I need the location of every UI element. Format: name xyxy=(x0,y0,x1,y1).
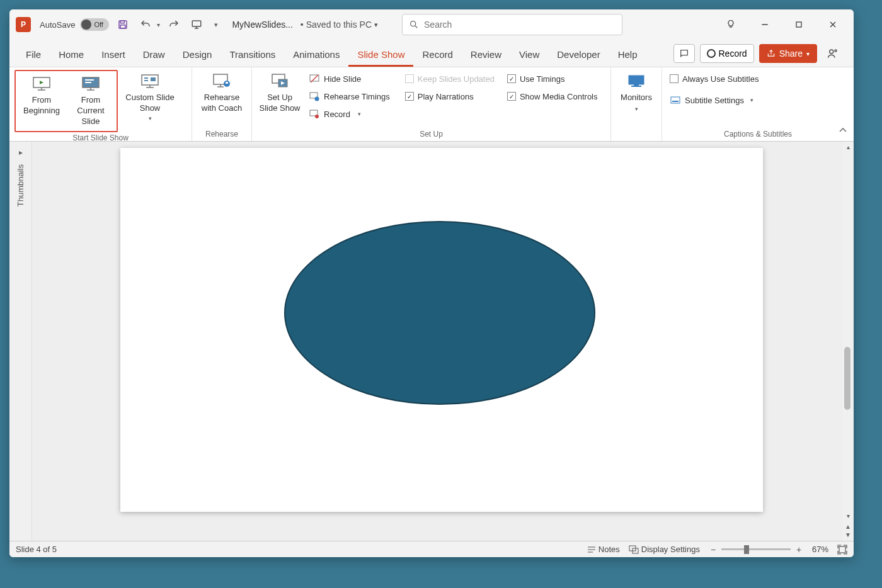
record-button[interactable]: Record xyxy=(700,44,754,63)
chevron-down-icon: ▾ xyxy=(750,97,753,103)
svg-point-10 xyxy=(835,50,837,52)
maximize-button[interactable] xyxy=(784,14,813,35)
zoom-in-button[interactable]: + xyxy=(794,545,803,555)
use-timings-checkbox[interactable]: Use Timings xyxy=(505,70,600,88)
minimize-button[interactable] xyxy=(750,14,779,35)
thumbnails-label: Thumbnails xyxy=(16,164,25,206)
svg-point-4 xyxy=(411,21,416,26)
oval-shape[interactable] xyxy=(284,221,595,405)
zoom-percent[interactable]: 67% xyxy=(812,545,828,554)
notes-button[interactable]: Notes xyxy=(587,545,620,554)
keep-slides-updated-checkbox[interactable]: Keep Slides Updated xyxy=(403,70,497,88)
svg-rect-2 xyxy=(121,25,126,28)
rehearse-coach-icon xyxy=(212,73,231,89)
saved-status[interactable]: • Saved to this PC ▾ xyxy=(301,20,378,30)
undo-button[interactable] xyxy=(137,16,154,33)
search-box[interactable] xyxy=(402,14,622,35)
svg-rect-16 xyxy=(85,79,94,81)
undo-dropdown[interactable]: ▾ xyxy=(157,21,160,28)
rehearse-with-coach-button[interactable]: Rehearse with Coach xyxy=(197,70,246,116)
chevron-down-icon: ▾ xyxy=(149,115,152,123)
svg-rect-42 xyxy=(631,86,641,87)
chevron-down-icon: ▾ xyxy=(358,111,361,117)
from-current-slide-button[interactable]: From Current Slide xyxy=(66,72,115,130)
prev-slide-nav[interactable]: ▲ xyxy=(845,523,851,530)
subtitle-settings-icon xyxy=(670,95,680,105)
group-start-slide-show: From Beginning From Current Slide Custom… xyxy=(9,67,192,141)
slide-counter[interactable]: Slide 4 of 5 xyxy=(16,545,57,554)
tab-transitions[interactable]: Transitions xyxy=(220,44,284,67)
group-label: Rehearse xyxy=(197,128,246,141)
scroll-up-arrow[interactable]: ▴ xyxy=(842,142,854,152)
from-beginning-button[interactable]: From Beginning xyxy=(17,72,66,130)
rehearse-timings-button[interactable]: Rehearse Timings xyxy=(306,88,392,105)
tab-file[interactable]: File xyxy=(17,44,50,67)
always-use-subtitles-checkbox[interactable]: Always Use Subtitles xyxy=(667,70,761,88)
autosave-state: Off xyxy=(94,21,103,28)
svg-point-39 xyxy=(315,115,319,118)
zoom-track[interactable] xyxy=(721,548,791,550)
record-dropdown-button[interactable]: Record ▾ xyxy=(306,105,392,123)
close-button[interactable] xyxy=(818,14,847,35)
subtitle-settings-button[interactable]: Subtitle Settings ▾ xyxy=(667,91,756,109)
expand-thumbnails-button[interactable]: ▸ xyxy=(19,148,23,157)
search-input[interactable] xyxy=(424,20,616,30)
tab-view[interactable]: View xyxy=(510,44,548,67)
tab-slide-show[interactable]: Slide Show xyxy=(348,44,413,67)
svg-point-37 xyxy=(315,97,319,101)
tab-review[interactable]: Review xyxy=(462,44,510,67)
autosave-toggle[interactable]: Off xyxy=(80,18,109,31)
display-settings-button[interactable]: Display Settings xyxy=(629,545,700,554)
search-icon xyxy=(409,20,419,30)
save-button[interactable] xyxy=(114,16,132,33)
scroll-down-arrow[interactable]: ▾ xyxy=(842,511,854,521)
custom-show-icon xyxy=(140,74,159,89)
group-monitors: Monitors ▾ xyxy=(611,67,662,141)
present-current-icon xyxy=(81,76,100,91)
collapse-ribbon-button[interactable] xyxy=(839,126,847,137)
setup-slide-show-button[interactable]: Set Up Slide Show xyxy=(257,70,302,116)
next-slide-nav[interactable]: ▼ xyxy=(845,531,851,538)
vertical-scrollbar[interactable]: ▴ ▾ ▲ ▼ xyxy=(842,142,854,541)
thumbnails-panel-collapsed: ▸ Thumbnails xyxy=(9,142,32,541)
tab-home[interactable]: Home xyxy=(50,44,93,67)
scroll-thumb[interactable] xyxy=(844,347,850,410)
highlighted-region: From Beginning From Current Slide xyxy=(14,70,118,132)
redo-button[interactable] xyxy=(165,16,183,33)
help-lightbulb-icon[interactable] xyxy=(716,14,745,35)
share-icon xyxy=(767,49,776,58)
scroll-track[interactable] xyxy=(842,152,854,511)
hide-slide-icon xyxy=(309,74,319,84)
hide-slide-button[interactable]: Hide Slide xyxy=(306,70,392,88)
autosave-label: AutoSave xyxy=(40,20,75,30)
tab-design[interactable]: Design xyxy=(174,44,221,67)
tab-help[interactable]: Help xyxy=(609,44,646,67)
group-label: Captions & Subtitles xyxy=(667,128,849,141)
monitor-icon xyxy=(627,74,645,88)
present-from-start-button[interactable] xyxy=(188,16,205,33)
share-button[interactable]: Share ▾ xyxy=(759,44,817,63)
filename[interactable]: MyNewSlides... xyxy=(232,20,292,30)
tab-developer[interactable]: Developer xyxy=(548,44,609,67)
comments-button[interactable] xyxy=(673,44,695,63)
qat-customize[interactable]: ▾ xyxy=(214,21,218,29)
play-narrations-checkbox[interactable]: Play Narrations xyxy=(403,88,497,105)
show-media-controls-checkbox[interactable]: Show Media Controls xyxy=(505,88,600,105)
slide-canvas-area[interactable] xyxy=(32,142,842,541)
tab-record[interactable]: Record xyxy=(413,44,461,67)
monitors-button[interactable]: Monitors ▾ xyxy=(616,70,656,116)
ribbon: From Beginning From Current Slide Custom… xyxy=(9,67,854,142)
svg-rect-1 xyxy=(121,21,125,23)
toggle-knob xyxy=(81,20,91,30)
zoom-out-button[interactable]: − xyxy=(709,545,718,555)
slide[interactable] xyxy=(120,148,763,512)
tab-insert[interactable]: Insert xyxy=(93,44,134,67)
tab-draw[interactable]: Draw xyxy=(134,44,174,67)
fit-to-window-button[interactable] xyxy=(837,545,847,555)
editor-area: ▸ Thumbnails ▴ ▾ ▲ ▼ xyxy=(9,142,854,541)
tab-animations[interactable]: Animations xyxy=(284,44,348,67)
account-button[interactable] xyxy=(822,44,844,63)
custom-slide-show-button[interactable]: Custom Slide Show ▾ xyxy=(122,70,178,125)
zoom-thumb[interactable] xyxy=(744,545,749,554)
svg-rect-28 xyxy=(226,82,228,84)
